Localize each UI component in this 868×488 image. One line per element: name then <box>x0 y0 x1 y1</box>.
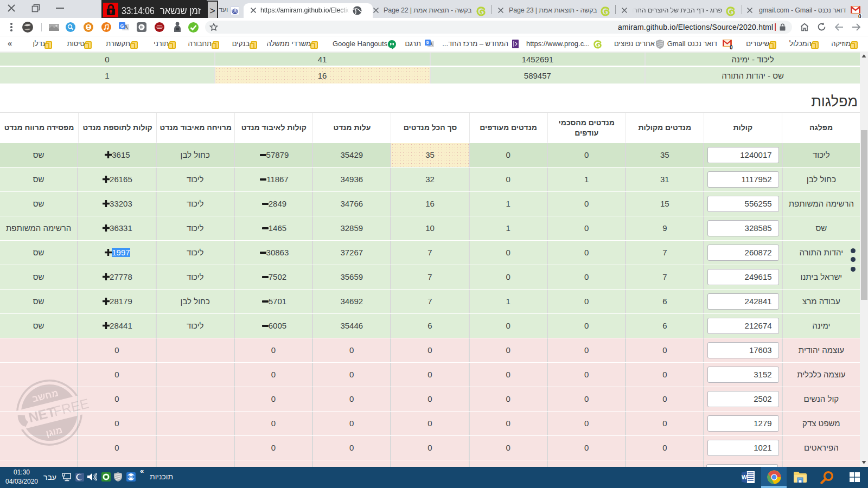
svg-text:W: W <box>742 474 748 480</box>
svg-text:G: G <box>120 23 124 29</box>
